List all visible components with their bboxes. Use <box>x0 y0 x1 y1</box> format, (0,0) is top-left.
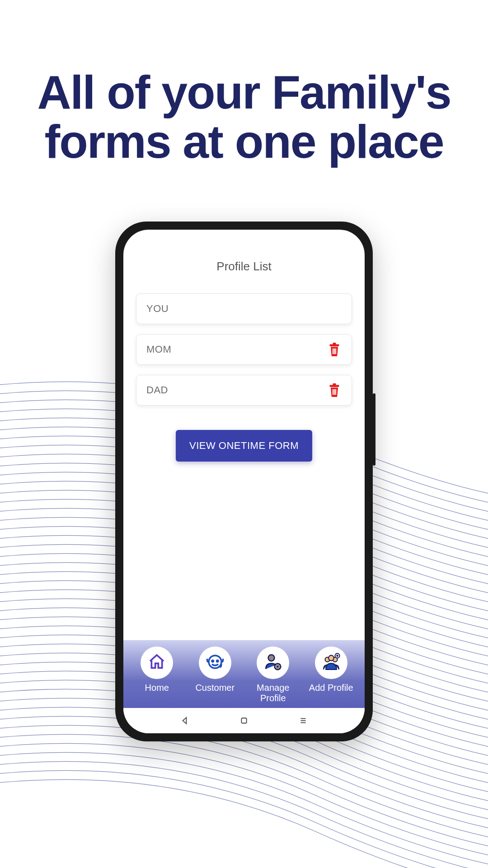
nav-customer[interactable]: Customer <box>188 646 242 693</box>
customer-support-icon <box>206 652 225 673</box>
delete-icon[interactable] <box>327 383 342 397</box>
android-home-icon[interactable] <box>239 715 249 726</box>
system-navigation-bar <box>123 708 365 733</box>
profile-label: DAD <box>146 384 168 396</box>
page-title: Profile List <box>216 259 271 274</box>
svg-point-11 <box>212 660 214 662</box>
nav-label: Manage Profile <box>246 683 300 703</box>
nav-label: Customer <box>195 683 235 693</box>
phone-mockup: Profile List YOU MOM <box>115 222 373 741</box>
android-recent-icon[interactable] <box>298 715 309 726</box>
headline: All of your Family's forms at one place <box>0 0 488 166</box>
svg-point-15 <box>277 665 279 667</box>
android-back-icon[interactable] <box>179 715 190 726</box>
svg-rect-7 <box>333 389 333 395</box>
svg-point-13 <box>268 655 275 661</box>
profile-label: YOU <box>146 303 169 315</box>
add-profile-icon <box>321 652 341 673</box>
manage-profile-icon <box>263 652 282 673</box>
svg-rect-3 <box>334 349 335 354</box>
nav-manage-profile[interactable]: Manage Profile <box>246 646 300 703</box>
home-icon <box>148 653 166 673</box>
svg-rect-1 <box>333 343 336 345</box>
svg-rect-8 <box>334 389 335 395</box>
delete-icon[interactable] <box>327 342 342 357</box>
svg-point-10 <box>209 656 221 668</box>
svg-point-12 <box>216 660 218 662</box>
profile-label: MOM <box>146 344 171 355</box>
nav-add-profile[interactable]: Add Profile <box>304 646 358 693</box>
svg-rect-9 <box>335 389 336 395</box>
svg-rect-20 <box>241 718 246 723</box>
svg-rect-4 <box>335 349 336 354</box>
bottom-nav: Home <box>123 640 365 708</box>
nav-home[interactable]: Home <box>130 646 184 693</box>
profile-row-you[interactable]: YOU <box>136 293 352 324</box>
view-onetime-form-button[interactable]: VIEW ONETIME FORM <box>176 430 312 462</box>
profile-list: YOU MOM <box>136 293 352 406</box>
profile-row-mom[interactable]: MOM <box>136 334 352 365</box>
nav-label: Home <box>145 683 169 693</box>
profile-row-dad[interactable]: DAD <box>136 375 352 406</box>
nav-label: Add Profile <box>309 683 353 693</box>
svg-rect-2 <box>333 349 333 354</box>
svg-point-18 <box>328 656 334 661</box>
svg-rect-6 <box>333 383 336 386</box>
